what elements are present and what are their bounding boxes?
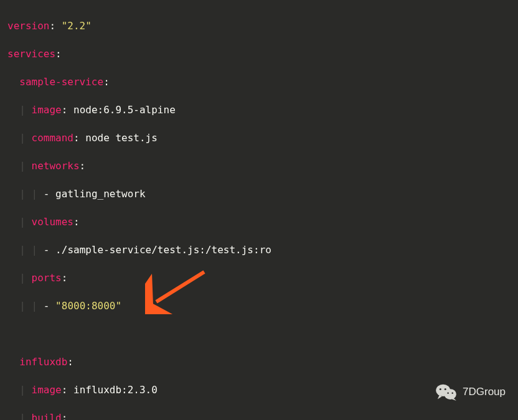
code-line: | ports:: [7, 271, 518, 286]
svg-point-9: [451, 393, 453, 394]
code-line: | image: node:6.9.5-alpine: [7, 103, 518, 118]
yaml-key: command: [32, 132, 73, 144]
svg-point-6: [440, 388, 441, 390]
yaml-value: node test.js: [85, 132, 158, 144]
code-editor[interactable]: version: "2.2" services: sample-service:…: [0, 0, 518, 420]
yaml-string: "8000:8000": [55, 300, 121, 312]
yaml-value: influxdb:2.3.0: [73, 384, 158, 396]
yaml-key: ports: [32, 272, 62, 284]
wechat-icon: [435, 383, 458, 401]
svg-point-3: [444, 389, 456, 399]
yaml-key: image: [32, 104, 62, 116]
code-line: | | - ./sample-service/test.js:/test.js:…: [7, 243, 518, 258]
code-line: version: "2.2": [7, 19, 518, 34]
code-line: | | - "8000:8000": [7, 299, 518, 314]
code-line: | | - gatling_network: [7, 187, 518, 202]
yaml-key: services: [7, 48, 55, 60]
code-line: services:: [7, 47, 518, 62]
svg-point-8: [447, 393, 448, 394]
watermark-badge: 7DGroup: [435, 383, 506, 401]
code-line: sample-service:: [7, 75, 518, 90]
code-line: | build:: [7, 411, 518, 421]
code-line: | command: node test.js: [7, 131, 518, 146]
yaml-key: sample-service: [19, 76, 103, 88]
yaml-key: version: [7, 20, 49, 32]
svg-point-7: [445, 388, 446, 390]
code-line: | networks:: [7, 159, 518, 174]
yaml-key: influxdb: [19, 356, 67, 368]
yaml-key: image: [32, 384, 62, 396]
code-line: [7, 327, 518, 342]
code-line: influxdb:: [7, 355, 518, 370]
yaml-key: build: [32, 412, 62, 421]
watermark-label: 7DGroup: [463, 385, 506, 399]
yaml-string: "2.2": [62, 20, 92, 32]
yaml-value: node:6.9.5-alpine: [73, 104, 176, 116]
yaml-key: volumes: [32, 216, 73, 228]
yaml-value: gatling_network: [55, 188, 146, 200]
yaml-value: ./sample-service/test.js:/test.js:ro: [55, 244, 271, 256]
code-line: | volumes:: [7, 215, 518, 230]
yaml-key: networks: [32, 160, 80, 172]
